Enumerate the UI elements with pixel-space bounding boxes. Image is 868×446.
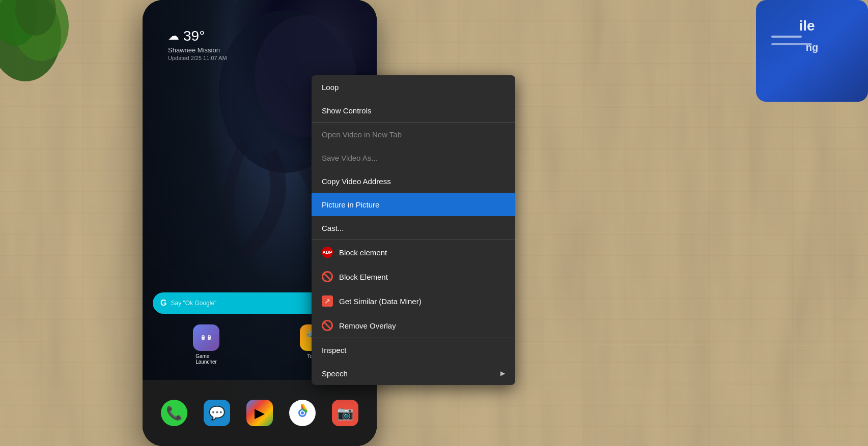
menu-item-copy-video-address[interactable]: Copy Video Address	[312, 169, 515, 193]
menu-item-open-video-label: Open Video in New Tab	[322, 130, 505, 139]
menu-item-open-video-new-tab[interactable]: Open Video in New Tab	[312, 123, 515, 146]
plant-decoration	[0, 0, 87, 86]
weather-updated: Updated 2/25 11:07 AM	[168, 55, 227, 61]
camera-icon: 📷	[337, 405, 353, 421]
play-store-icon: ▶	[246, 400, 273, 426]
camera-app-icon: 📷	[332, 400, 358, 426]
menu-item-speech-label: Speech	[322, 369, 494, 378]
weather-icon: ☁	[168, 29, 179, 43]
menu-item-loop-label: Loop	[322, 83, 505, 92]
submenu-arrow-icon: ▶	[500, 370, 505, 377]
weather-widget: ☁ 39° Shawnee Mission Updated 2/25 11:07…	[168, 28, 227, 61]
dock-chrome	[289, 400, 316, 426]
weather-temperature: ☁ 39°	[168, 28, 227, 44]
menu-item-save-video-label: Save Video As...	[322, 154, 505, 162]
dock-camera: 📷	[332, 400, 358, 426]
menu-item-block-element[interactable]: Block Element	[312, 264, 515, 289]
samsung-can-svg: ile ng	[756, 0, 868, 102]
menu-item-speech[interactable]: Speech ▶	[312, 362, 515, 385]
svg-rect-16	[771, 43, 812, 45]
menu-item-inspect-label: Inspect	[322, 346, 505, 354]
chrome-app-icon	[289, 400, 316, 426]
menu-item-remove-overlay-label: Remove Overlay	[339, 321, 505, 330]
menu-item-loop[interactable]: Loop	[312, 75, 515, 99]
svg-text:ile: ile	[799, 18, 815, 34]
phone-app-icon: 📞	[161, 400, 187, 426]
search-placeholder: Say "Ok Google"	[171, 300, 216, 307]
play-icon: ▶	[255, 405, 265, 421]
abp-icon: ABP	[322, 247, 333, 258]
svg-rect-15	[771, 36, 802, 38]
game-launcher-icon	[193, 324, 219, 351]
menu-item-block-element-abp-label: Block element	[339, 248, 505, 257]
samsung-can: ile ng	[756, 0, 868, 102]
menu-item-get-similar-label: Get Similar (Data Miner)	[339, 297, 505, 306]
block-icon	[322, 271, 333, 282]
game-icon-svg	[199, 331, 213, 345]
google-logo: G	[160, 299, 166, 308]
plant-svg	[0, 0, 87, 86]
menu-item-save-video-as[interactable]: Save Video As...	[312, 146, 515, 169]
menu-item-picture-in-picture[interactable]: Picture in Picture	[312, 193, 515, 216]
menu-item-pip-label: Picture in Picture	[322, 200, 505, 209]
dataminer-icon: ↗	[322, 295, 333, 307]
dock-phone: 📞	[161, 400, 187, 426]
messages-icon: 💬	[209, 405, 225, 421]
svg-point-27	[301, 411, 304, 414]
phone-icon: 📞	[166, 405, 182, 421]
menu-item-get-similar[interactable]: ↗ Get Similar (Data Miner)	[312, 289, 515, 313]
game-launcher-label: GameLauncher	[195, 353, 217, 365]
menu-item-inspect[interactable]: Inspect	[312, 338, 515, 362]
app-dock: 📞 💬 ▶	[143, 380, 377, 446]
messages-app-icon: 💬	[204, 400, 230, 426]
weather-location: Shawnee Mission	[168, 46, 227, 54]
menu-item-show-controls[interactable]: Show Controls	[312, 99, 515, 122]
dock-play: ▶	[246, 400, 273, 426]
menu-item-block-element-label: Block Element	[339, 273, 505, 281]
menu-item-block-element-abp[interactable]: ABP Block element	[312, 240, 515, 264]
menu-item-cast[interactable]: Cast...	[312, 216, 515, 240]
remove-overlay-icon	[322, 320, 333, 331]
menu-item-show-controls-label: Show Controls	[322, 106, 505, 115]
menu-item-cast-label: Cast...	[322, 224, 505, 232]
dock-messages: 💬	[204, 400, 230, 426]
app-game-launcher: GameLauncher	[193, 324, 219, 365]
menu-item-remove-overlay[interactable]: Remove Overlay	[312, 313, 515, 338]
menu-item-copy-video-label: Copy Video Address	[322, 177, 505, 186]
context-menu: Loop Show Controls Open Video in New Tab…	[312, 75, 515, 385]
chrome-icon-svg	[293, 404, 312, 422]
